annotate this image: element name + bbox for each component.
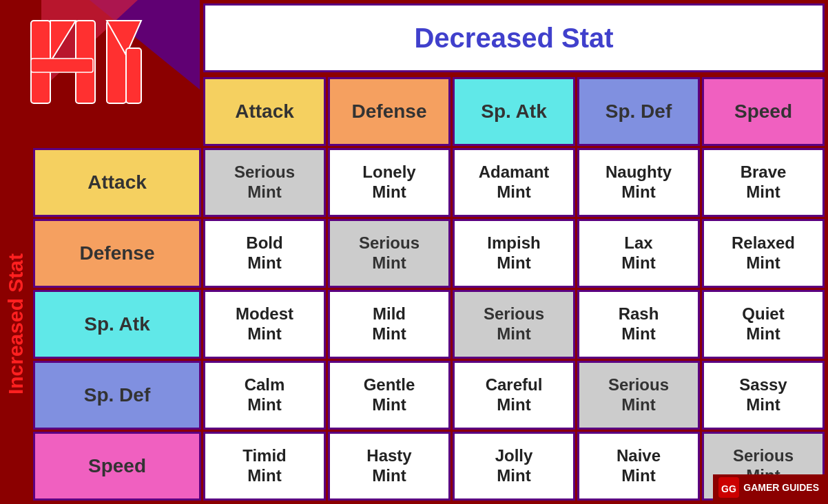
- grid-cell-3-1: GentleMint: [328, 361, 451, 430]
- grid-cell-0-4: BraveMint: [702, 148, 825, 217]
- col-header-attack: Attack: [203, 77, 326, 146]
- grid-row-3: CalmMintGentleMintCarefulMintSeriousMint…: [203, 361, 825, 430]
- grid-cell-1-4: RelaxedMint: [702, 219, 825, 288]
- grid-cell-3-0: CalmMint: [203, 361, 326, 430]
- grid-cell-4-0: TimidMint: [203, 432, 326, 501]
- grid-cell-0-1: LonelyMint: [328, 148, 451, 217]
- increased-stat-label-container: Increased Stat: [0, 148, 31, 501]
- grid-cell-4-2: JollyMint: [453, 432, 575, 501]
- grid-row-1: BoldMintSeriousMintImpishMintLaxMintRela…: [203, 219, 825, 288]
- watermark: GG GAMER GUIDES: [713, 474, 825, 501]
- grid-row-2: ModestMintMildMintSeriousMintRashMintQui…: [203, 290, 825, 359]
- grid-cell-0-2: AdamantMint: [453, 148, 575, 217]
- row-header-spdef: Sp. Def: [33, 361, 201, 430]
- grid-row-0: SeriousMintLonelyMintAdamantMintNaughtyM…: [203, 148, 825, 217]
- grid-cell-3-3: SeriousMint: [577, 361, 700, 430]
- increased-stat-label: Increased Stat: [4, 253, 28, 395]
- logo-area: [0, 0, 200, 151]
- watermark-text: GAMER GUIDES: [743, 482, 819, 493]
- grid-cell-1-3: LaxMint: [577, 219, 700, 288]
- grid-cell-3-2: CarefulMint: [453, 361, 575, 430]
- col-header-spatk: Sp. Atk: [453, 77, 575, 146]
- grid-cell-1-2: ImpishMint: [453, 219, 575, 288]
- grid-cell-2-2: SeriousMint: [453, 290, 575, 359]
- grid-cell-1-1: SeriousMint: [328, 219, 451, 288]
- mint-grid: SeriousMintLonelyMintAdamantMintNaughtyM…: [203, 148, 825, 501]
- column-headers: Attack Defense Sp. Atk Sp. Def Speed: [203, 77, 825, 146]
- col-header-spdef: Sp. Def: [577, 77, 700, 146]
- svg-rect-9: [31, 59, 93, 72]
- row-header-speed: Speed: [33, 432, 201, 501]
- grid-cell-1-0: BoldMint: [203, 219, 326, 288]
- grid-cell-4-1: HastyMint: [328, 432, 451, 501]
- grid-cell-2-1: MildMint: [328, 290, 451, 359]
- row-header-attack: Attack: [33, 148, 201, 217]
- decreased-stat-header: Decreased Stat: [203, 3, 825, 72]
- col-header-defense: Defense: [328, 77, 451, 146]
- grid-cell-0-3: NaughtyMint: [577, 148, 700, 217]
- row-headers: Attack Defense Sp. Atk Sp. Def Speed: [33, 148, 201, 501]
- grid-cell-4-3: NaiveMint: [577, 432, 700, 501]
- col-header-speed: Speed: [702, 77, 825, 146]
- grid-cell-3-4: SassyMint: [702, 361, 825, 430]
- grid-cell-2-3: RashMint: [577, 290, 700, 359]
- grid-cell-2-4: QuietMint: [702, 290, 825, 359]
- decreased-stat-label: Decreased Stat: [414, 23, 613, 54]
- row-header-spatk: Sp. Atk: [33, 290, 201, 359]
- grid-cell-0-0: SeriousMint: [203, 148, 326, 217]
- gamer-guides-icon: GG: [718, 477, 739, 498]
- row-header-defense: Defense: [33, 219, 201, 288]
- grid-cell-2-0: ModestMint: [203, 290, 326, 359]
- main-container: Decreased Stat Attack Defense Sp. Atk Sp…: [0, 0, 828, 504]
- svg-text:GG: GG: [721, 483, 736, 494]
- svg-rect-8: [126, 48, 141, 103]
